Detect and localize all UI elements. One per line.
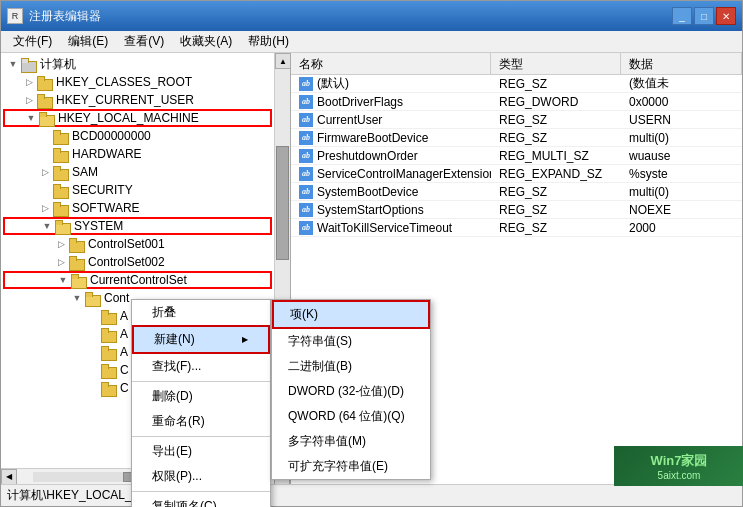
tree-item-cont[interactable]: ▼ Cont — [3, 289, 272, 307]
menu-view[interactable]: 查看(V) — [116, 31, 172, 52]
tree-item-currentcontrolset[interactable]: ▼ CurrentControlSet — [3, 271, 272, 289]
expander-a1 — [85, 308, 101, 324]
folder-icon-computer — [21, 57, 37, 71]
reg-value-icon-2: ab — [299, 113, 313, 127]
scroll-down-arrow[interactable]: ▼ — [275, 452, 290, 468]
folder-icon-sam — [53, 165, 69, 179]
tree-item-security[interactable]: SECURITY — [3, 181, 272, 199]
title-bar: R 注册表编辑器 _ □ ✕ — [1, 1, 742, 31]
menu-help[interactable]: 帮助(H) — [240, 31, 297, 52]
tree-item-a2[interactable]: A — [3, 325, 272, 343]
tree-item-sam[interactable]: ▷ SAM — [3, 163, 272, 181]
table-row[interactable]: ab SystemBootDevice REG_SZ multi(0) — [291, 183, 742, 201]
table-row[interactable]: ab (默认) REG_SZ (数值未 — [291, 75, 742, 93]
cell-type-1: REG_DWORD — [491, 95, 621, 109]
tree-label-controlset002: ControlSet002 — [88, 255, 165, 269]
close-button[interactable]: ✕ — [716, 7, 736, 25]
expander-system[interactable]: ▼ — [39, 218, 55, 234]
cell-type-5: REG_EXPAND_SZ — [491, 167, 621, 181]
scroll-h-thumb[interactable] — [123, 472, 191, 482]
expander-cont[interactable]: ▼ — [69, 290, 85, 306]
table-row[interactable]: ab CurrentUser REG_SZ USERN — [291, 111, 742, 129]
expander-controlset002[interactable]: ▷ — [53, 254, 69, 270]
cell-name-5: ab ServiceControlManagerExtension — [291, 167, 491, 181]
tree-item-a3[interactable]: A — [3, 343, 272, 361]
expander-classes-root[interactable]: ▷ — [21, 74, 37, 90]
scroll-thumb[interactable] — [276, 146, 289, 261]
cell-name-1: ab BootDriverFlags — [291, 95, 491, 109]
maximize-button[interactable]: □ — [694, 7, 714, 25]
tree-label-software: SOFTWARE — [72, 201, 140, 215]
cell-type-8: REG_SZ — [491, 221, 621, 235]
cell-name-8: ab WaitToKillServiceTimeout — [291, 221, 491, 235]
tree-vertical-scrollbar[interactable]: ▲ ▼ — [274, 53, 290, 468]
tree-label-a1: A — [120, 309, 128, 323]
tree-label-controlset001: ControlSet001 — [88, 237, 165, 251]
right-panel: 名称 类型 数据 ab (默认) REG_SZ (数值未 ab — [291, 53, 742, 484]
table-row[interactable]: ab SystemStartOptions REG_SZ NOEXE — [291, 201, 742, 219]
tree-label-sam: SAM — [72, 165, 98, 179]
folder-icon-hardware — [53, 147, 69, 161]
expander-local-machine[interactable]: ▼ — [23, 110, 39, 126]
tree-item-local-machine[interactable]: ▼ HKEY_LOCAL_MACHINE — [3, 109, 272, 127]
tree-item-system[interactable]: ▼ SYSTEM — [3, 217, 272, 235]
reg-value-icon-1: ab — [299, 95, 313, 109]
expander-computer[interactable]: ▼ — [5, 56, 21, 72]
tree-item-software[interactable]: ▷ SOFTWARE — [3, 199, 272, 217]
table-row[interactable]: ab PreshutdownOrder REG_MULTI_SZ wuause — [291, 147, 742, 165]
table-header: 名称 类型 数据 — [291, 53, 742, 75]
scroll-right-arrow[interactable]: ▶ — [274, 469, 290, 485]
tree-label-bcd: BCD00000000 — [72, 129, 151, 143]
tree-item-a1[interactable]: A — [3, 307, 272, 325]
tree-item-c2[interactable]: C — [3, 379, 272, 397]
expander-current-user[interactable]: ▷ — [21, 92, 37, 108]
scroll-h-track[interactable] — [33, 472, 258, 482]
tree-item-current-user[interactable]: ▷ HKEY_CURRENT_USER — [3, 91, 272, 109]
table-row[interactable]: ab ServiceControlManagerExtension REG_EX… — [291, 165, 742, 183]
menu-file[interactable]: 文件(F) — [5, 31, 60, 52]
cell-data-4: wuause — [621, 149, 742, 163]
folder-icon-c2 — [101, 381, 117, 395]
folder-icon-system — [55, 219, 71, 233]
expander-sam[interactable]: ▷ — [37, 164, 53, 180]
minimize-button[interactable]: _ — [672, 7, 692, 25]
tree-horizontal-scrollbar[interactable]: ◀ ▶ — [1, 468, 290, 484]
expander-security[interactable] — [37, 182, 53, 198]
registry-tree[interactable]: ▼ 计算机 ▷ HKEY_CLASSES_ROOT ▷ HKEY_CU — [1, 53, 274, 468]
cell-type-0: REG_SZ — [491, 77, 621, 91]
scroll-left-arrow[interactable]: ◀ — [1, 469, 17, 485]
tree-item-controlset002[interactable]: ▷ ControlSet002 — [3, 253, 272, 271]
tree-label-a2: A — [120, 327, 128, 341]
folder-icon-controlset001 — [69, 237, 85, 251]
expander-currentcontrolset[interactable]: ▼ — [55, 272, 71, 288]
tree-item-bcd[interactable]: BCD00000000 — [3, 127, 272, 145]
tree-item-computer[interactable]: ▼ 计算机 — [3, 55, 272, 73]
expander-a2 — [85, 326, 101, 342]
menu-favorites[interactable]: 收藏夹(A) — [172, 31, 240, 52]
table-row[interactable]: ab FirmwareBootDevice REG_SZ multi(0) — [291, 129, 742, 147]
tree-item-hardware[interactable]: HARDWARE — [3, 145, 272, 163]
tree-label-local-machine: HKEY_LOCAL_MACHINE — [58, 111, 199, 125]
cell-data-6: multi(0) — [621, 185, 742, 199]
scroll-up-arrow[interactable]: ▲ — [275, 53, 290, 69]
expander-hardware[interactable] — [37, 146, 53, 162]
expander-controlset001[interactable]: ▷ — [53, 236, 69, 252]
tree-item-controlset001[interactable]: ▷ ControlSet001 — [3, 235, 272, 253]
folder-icon-software — [53, 201, 69, 215]
col-header-name: 名称 — [291, 53, 491, 74]
expander-software[interactable]: ▷ — [37, 200, 53, 216]
scroll-track[interactable] — [275, 69, 290, 452]
reg-value-icon-8: ab — [299, 221, 313, 235]
cell-data-5: %syste — [621, 167, 742, 181]
tree-item-c1[interactable]: C — [3, 361, 272, 379]
tree-label-c1: C — [120, 363, 129, 377]
expander-bcd[interactable] — [37, 128, 53, 144]
table-row[interactable]: ab WaitToKillServiceTimeout REG_SZ 2000 — [291, 219, 742, 237]
cell-type-3: REG_SZ — [491, 131, 621, 145]
app-icon: R — [7, 8, 23, 24]
folder-icon-local-machine — [39, 111, 55, 125]
status-bar: 计算机\HKEY_LOCAL_MAC — [1, 484, 742, 506]
table-row[interactable]: ab BootDriverFlags REG_DWORD 0x0000 — [291, 93, 742, 111]
menu-edit[interactable]: 编辑(E) — [60, 31, 116, 52]
tree-item-classes-root[interactable]: ▷ HKEY_CLASSES_ROOT — [3, 73, 272, 91]
